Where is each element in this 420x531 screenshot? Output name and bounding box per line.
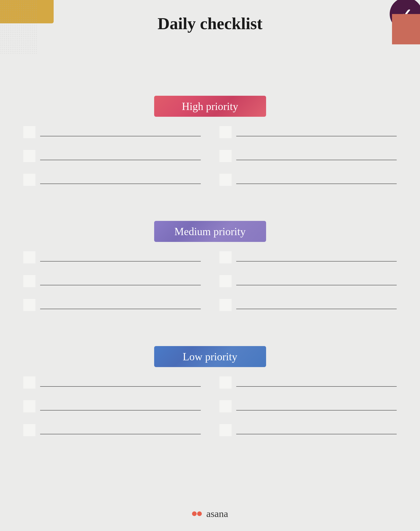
checkbox[interactable] <box>23 150 35 162</box>
check-line <box>236 434 397 434</box>
checkbox[interactable] <box>219 299 232 311</box>
checklist-item <box>23 400 201 412</box>
checklist-item <box>219 126 397 138</box>
check-line <box>236 309 397 309</box>
checkbox[interactable] <box>219 400 232 412</box>
checkbox[interactable] <box>23 299 35 311</box>
checkbox[interactable] <box>219 376 232 388</box>
checkbox[interactable] <box>219 275 232 287</box>
high-priority-section: High priority <box>0 50 420 197</box>
checklist-item <box>219 251 397 263</box>
check-line <box>236 160 397 160</box>
low-priority-label: Low priority <box>154 346 266 367</box>
high-priority-grid <box>23 126 397 197</box>
check-line <box>40 160 201 160</box>
checklist-item <box>219 424 397 436</box>
checklist-item <box>23 376 201 388</box>
check-line <box>40 184 201 184</box>
checkbox[interactable] <box>23 251 35 263</box>
check-line <box>40 285 201 285</box>
checkbox[interactable] <box>23 424 35 436</box>
checklist-item <box>23 251 201 263</box>
checklist-item <box>23 275 201 287</box>
checkbox[interactable] <box>219 251 232 263</box>
check-line <box>236 386 397 387</box>
checklist-item <box>23 126 201 138</box>
checkbox[interactable] <box>23 376 35 388</box>
check-line <box>40 136 201 136</box>
page-container: Daily checklist High priority <box>0 0 420 531</box>
check-line <box>40 309 201 309</box>
low-priority-grid <box>23 376 397 448</box>
checklist-item <box>23 150 201 162</box>
checkbox[interactable] <box>23 400 35 412</box>
medium-priority-label: Medium priority <box>154 221 266 242</box>
high-priority-label: High priority <box>154 96 266 117</box>
checklist-item <box>23 424 201 436</box>
check-line <box>236 184 397 184</box>
check-line <box>236 136 397 136</box>
checkbox[interactable] <box>219 424 232 436</box>
page-title: Daily checklist <box>0 14 420 33</box>
check-line <box>40 410 201 411</box>
check-line <box>40 261 201 261</box>
checklist-item <box>219 299 397 311</box>
checkbox[interactable] <box>219 174 232 186</box>
checkbox[interactable] <box>219 150 232 162</box>
check-line <box>236 261 397 261</box>
asana-logo: asana <box>192 508 228 519</box>
low-priority-section: Low priority <box>0 327 420 448</box>
checklist-item <box>219 275 397 287</box>
check-line <box>40 434 201 434</box>
asana-dots-icon <box>192 509 204 518</box>
medium-priority-grid <box>23 251 397 323</box>
checkbox[interactable] <box>23 126 35 138</box>
checklist-item <box>219 376 397 388</box>
checklist-item <box>219 174 397 186</box>
checklist-item <box>219 400 397 412</box>
medium-priority-section: Medium priority <box>0 202 420 323</box>
checkbox[interactable] <box>219 126 232 138</box>
checklist-item <box>23 299 201 311</box>
check-line <box>236 410 397 411</box>
checklist-item <box>23 174 201 186</box>
asana-brand-name: asana <box>206 508 228 519</box>
check-line <box>40 386 201 387</box>
sections-wrapper: High priority <box>0 36 420 503</box>
checkbox[interactable] <box>23 174 35 186</box>
checklist-item <box>219 150 397 162</box>
check-line <box>236 285 397 285</box>
checkbox[interactable] <box>23 275 35 287</box>
